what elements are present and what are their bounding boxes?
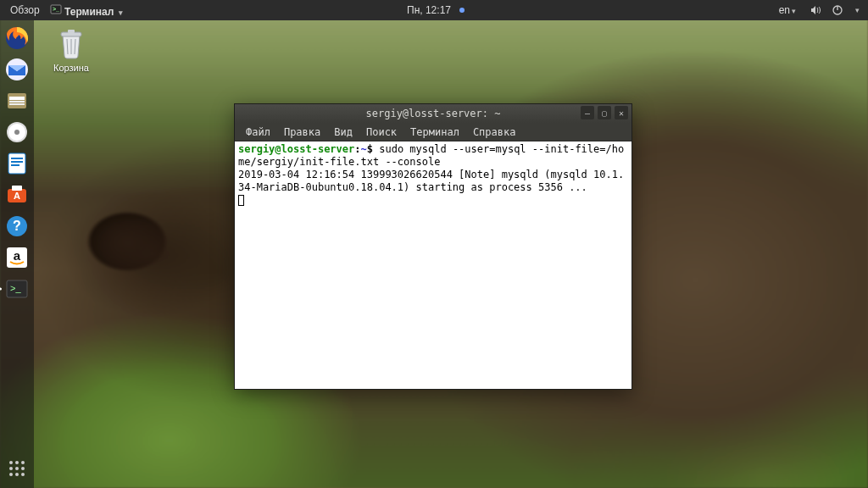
menu-edit[interactable]: Правка	[278, 125, 326, 140]
menu-view[interactable]: Вид	[328, 125, 359, 140]
menu-file[interactable]: Файл	[240, 125, 276, 140]
dock-files[interactable]	[3, 86, 31, 115]
svg-rect-15	[11, 161, 23, 163]
desktop-trash-label: Корзина	[44, 63, 98, 73]
app-menu[interactable]: >_ Терминал ▾	[47, 3, 126, 18]
svg-rect-13	[8, 153, 25, 174]
terminal-body[interactable]: sergiy@losst-server:~$ sudo mysqld --use…	[235, 141, 632, 389]
terminal-window[interactable]: sergiy@losst-server: ~ – ▢ ✕ Файл Правка…	[234, 103, 632, 390]
window-title: sergiy@losst-server: ~	[366, 108, 501, 119]
svg-rect-8	[9, 101, 25, 103]
chevron-down-icon: ▾	[119, 8, 123, 17]
svg-point-12	[14, 130, 19, 135]
terminal-menubar: Файл Правка Вид Поиск Терминал Справка	[235, 123, 632, 141]
dock-terminal[interactable]: >_	[3, 274, 31, 303]
prompt-user-host: sergiy@losst-server	[238, 143, 354, 155]
dock: A ? a >_	[0, 20, 34, 488]
svg-rect-14	[11, 158, 23, 159]
menu-search[interactable]: Поиск	[360, 125, 403, 140]
window-titlebar[interactable]: sergiy@losst-server: ~ – ▢ ✕	[235, 104, 632, 123]
dock-disks[interactable]	[3, 118, 31, 147]
chevron-down-icon: ▾	[792, 7, 796, 15]
svg-rect-16	[11, 164, 19, 166]
svg-rect-27	[68, 30, 75, 33]
dock-libreoffice-writer[interactable]	[3, 149, 31, 178]
svg-rect-9	[9, 103, 25, 105]
svg-text:a: a	[14, 248, 21, 263]
desktop-trash[interactable]: Корзина	[44, 25, 98, 73]
activities-button[interactable]: Обзор	[7, 4, 43, 16]
volume-icon[interactable]	[810, 4, 821, 16]
dock-help[interactable]: ?	[3, 212, 31, 241]
app-menu-label: Терминал	[64, 6, 114, 18]
svg-text:A: A	[14, 191, 20, 201]
top-bar: Обзор >_ Терминал ▾ Пн, 12:17 en▾ ▾	[0, 0, 868, 20]
terminal-icon: >_	[50, 3, 62, 15]
window-minimize-button[interactable]: –	[581, 106, 594, 119]
terminal-output: 2019-03-04 12:16:54 139993026620544 [Not…	[238, 169, 624, 193]
dock-thunderbird[interactable]	[3, 55, 31, 84]
power-icon[interactable]	[832, 4, 843, 16]
chevron-down-icon: ▾	[855, 6, 860, 14]
window-maximize-button[interactable]: ▢	[598, 106, 611, 119]
svg-text:?: ?	[13, 219, 21, 233]
prompt-path: ~	[361, 143, 367, 155]
svg-text:>_: >_	[10, 283, 21, 293]
terminal-cursor	[238, 195, 244, 206]
keyboard-layout[interactable]: en▾	[776, 4, 799, 16]
svg-rect-7	[9, 97, 25, 100]
show-applications[interactable]	[3, 454, 31, 483]
trash-icon	[53, 25, 89, 61]
dock-amazon[interactable]: a	[3, 243, 31, 272]
menu-terminal[interactable]: Терминал	[404, 125, 465, 140]
window-close-button[interactable]: ✕	[615, 106, 628, 119]
notification-dot-icon	[459, 8, 465, 13]
dock-software[interactable]: A	[3, 180, 31, 209]
dock-firefox[interactable]	[3, 24, 31, 53]
clock[interactable]: Пн, 12:17	[403, 4, 454, 16]
menu-help[interactable]: Справка	[467, 125, 522, 140]
svg-text:>_: >_	[53, 6, 59, 12]
